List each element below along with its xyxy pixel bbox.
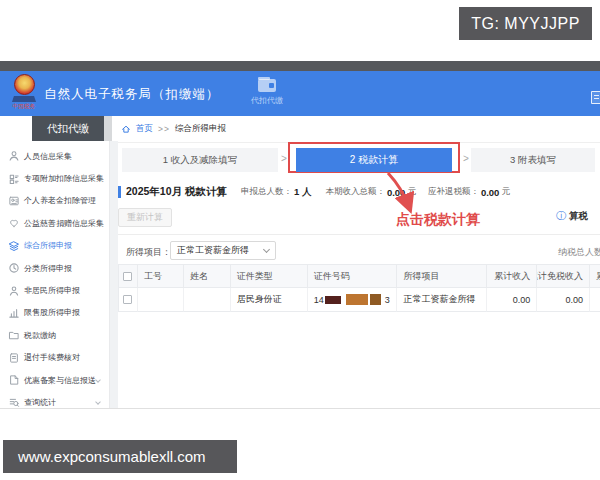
logo-base	[12, 96, 36, 102]
sidebar-item-preferential-filing[interactable]: 优惠备案与信息报送	[0, 369, 109, 391]
tax-result-link[interactable]: ⓘ 算税	[556, 209, 588, 223]
id-badge-icon	[8, 173, 20, 185]
id-number-end: 3	[385, 295, 390, 305]
sidebar-item-tax-payment[interactable]: 税款缴纳	[0, 324, 109, 346]
income-item-selected: 正常工资薪金所得	[177, 244, 264, 257]
step-separator: >	[281, 153, 287, 164]
header-nav-label: 代扣代缴	[238, 95, 296, 106]
redaction-block	[370, 294, 381, 305]
app-bottom-border	[0, 408, 600, 409]
total-people-value: 1 人	[294, 186, 311, 199]
watermark-website: www.expconsumablexll.com	[3, 440, 237, 473]
sidebar-item-comprehensive-income[interactable]: 综合所得申报	[0, 235, 109, 257]
tax-result-label: 算税	[569, 210, 588, 223]
sidebar-item-label: 分类所得申报	[24, 263, 72, 274]
watermark-telegram: TG: MYYJJPP	[459, 7, 592, 40]
content-gutter	[110, 141, 118, 408]
home-icon[interactable]	[121, 124, 131, 134]
income-item-label: 所得项目：	[126, 246, 171, 259]
sidebar-item-pension-deduction[interactable]: 个人养老金扣除管理	[0, 190, 109, 212]
charity-heart-icon	[8, 217, 20, 229]
refund-label: 应补退税额：	[428, 186, 479, 198]
select-all-cell	[119, 265, 138, 288]
module-tab-stub	[104, 116, 112, 141]
sidebar-item-label: 税款缴纳	[24, 330, 56, 341]
step-tab-tax-calc[interactable]: 2 税款计算	[296, 148, 452, 172]
redaction-block	[325, 296, 341, 304]
cell-worker-id	[138, 288, 184, 312]
col-header: 累计收入	[487, 265, 537, 288]
sidebar-item-charity-donation[interactable]: 公益慈善捐赠信息采集	[0, 212, 109, 234]
total-people-label: 申报总人数：	[241, 186, 292, 198]
sidebar-item-label: 优惠备案与信息报送	[24, 375, 96, 386]
recalculate-button[interactable]: 重新计算	[118, 208, 172, 227]
breadcrumb-separator: >>	[158, 124, 170, 134]
window-title-strip	[0, 61, 600, 71]
sidebar: 人员信息采集 专项附加扣除信息采集 个人养老金扣除管理 公益慈善捐赠信息采集 综…	[0, 141, 110, 408]
chevron-down-icon	[95, 377, 101, 383]
cell-cert-type: 居民身份证	[231, 288, 308, 312]
sidebar-item-personnel-info[interactable]: 人员信息采集	[0, 145, 109, 167]
refund-unit: 元	[501, 186, 510, 198]
header-nav-withholding[interactable]: 代扣代缴	[238, 79, 296, 106]
wallet-icon	[258, 79, 276, 92]
step-tab-attachments[interactable]: 3 附表填写	[471, 148, 595, 172]
step-tab-income[interactable]: 1 收入及减除填写	[122, 148, 278, 172]
summary-row: 2025年10月 税款计算 申报总人数： 1 人 本期收入总额： 0.00 元 …	[118, 184, 600, 200]
breadcrumb-current: 综合所得申报	[175, 123, 226, 135]
sidebar-item-nonresident-income[interactable]: 非居民所得申报	[0, 279, 109, 301]
info-icon: ⓘ	[556, 209, 566, 223]
sidebar-item-restricted-stock[interactable]: 限售股所得申报	[0, 302, 109, 324]
sidebar-item-label: 个人养老金扣除管理	[24, 195, 96, 206]
sidebar-item-label: 专项附加扣除信息采集	[24, 173, 104, 184]
sidebar-item-refund-fee-check[interactable]: 退付手续费核对	[0, 347, 109, 369]
annotation-arrow	[378, 170, 422, 216]
breadcrumb-home-link[interactable]: 首页	[136, 123, 153, 135]
breadcrumb: 首页 >> 综合所得申报	[121, 121, 226, 137]
period-title: 2025年10月 税款计算	[126, 185, 227, 199]
cell-income-item: 正常工资薪金所得	[397, 288, 487, 312]
cell-cum-income: 0.00	[487, 288, 537, 312]
sidebar-item-label: 退付手续费核对	[24, 352, 80, 363]
col-header: 证件类型	[231, 265, 308, 288]
step-separator: >	[463, 153, 469, 164]
bar-chart-icon	[8, 307, 20, 319]
annotation-text: 点击税款计算	[396, 211, 480, 229]
col-header: 姓名	[184, 265, 231, 288]
table-header-row: 工号 姓名 证件类型 证件号码 所得项目 累计收入 累计免税收入 累计	[119, 265, 600, 288]
document-icon	[8, 374, 20, 386]
sidebar-item-label: 公益慈善捐赠信息采集	[24, 218, 104, 229]
document-icon[interactable]	[591, 91, 600, 104]
cell-clipped	[590, 288, 600, 312]
module-tab-withholding[interactable]: 代扣代缴	[32, 116, 104, 141]
sidebar-item-special-deduction[interactable]: 专项附加扣除信息采集	[0, 167, 109, 189]
receipt-icon	[8, 352, 20, 364]
person-icon	[8, 150, 20, 162]
chevron-down-icon	[263, 246, 270, 253]
chevron-down-icon	[95, 399, 101, 405]
col-header: 所得项目	[397, 265, 487, 288]
national-emblem-icon	[14, 74, 35, 95]
income-item-select[interactable]: 正常工资薪金所得	[170, 241, 276, 260]
divider	[118, 234, 600, 235]
sidebar-item-label: 查询统计	[24, 397, 56, 408]
sidebar-item-query-statistics[interactable]: 查询统计	[0, 391, 109, 413]
cell-cert-number: 14 3	[308, 288, 398, 312]
row-select-cell	[119, 288, 138, 312]
refund-value: 0.00	[481, 187, 500, 198]
sidebar-item-label: 限售股所得申报	[24, 307, 80, 318]
col-header: 工号	[138, 265, 184, 288]
col-header: 累计免税收入	[537, 265, 590, 288]
row-checkbox[interactable]	[123, 295, 132, 304]
cell-name	[184, 288, 231, 312]
folder-icon	[8, 329, 20, 341]
clock-icon	[8, 262, 20, 274]
redaction-block	[346, 294, 368, 305]
app-title: 自然人电子税务局（扣缴端）	[44, 86, 220, 103]
cell-cum-tax-free: 0.00	[537, 288, 590, 312]
sidebar-item-label: 人员信息采集	[24, 151, 72, 162]
sidebar-item-classified-income[interactable]: 分类所得申报	[0, 257, 109, 279]
search-list-icon	[8, 396, 20, 408]
select-all-checkbox[interactable]	[123, 272, 132, 281]
sidebar-item-label: 非居民所得申报	[24, 285, 80, 296]
